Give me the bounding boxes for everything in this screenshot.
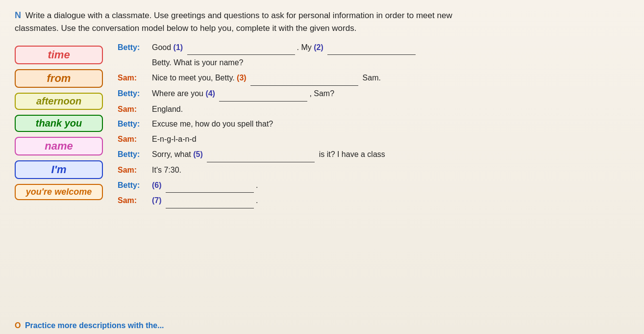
dialogue-row-sam-3: Sam: E-n-g-l-a-n-d (118, 132, 629, 147)
blank-5 (207, 148, 315, 162)
page: N Write a dialogue with a classmate. Use… (0, 0, 644, 334)
speaker-sam-5: Sam: (118, 194, 152, 208)
dialogue-row-betty-1b: Betty. What is your name? (118, 56, 629, 70)
word-name: name (15, 137, 103, 155)
line-betty-4: Sorry, what (5) is it? I have a class (152, 148, 629, 162)
section-letter-n: N (15, 10, 21, 20)
speaker-betty-3: Betty: (118, 117, 152, 131)
word-im: I'm (15, 160, 103, 179)
word-bank: time from afternoon thank you name I'm y… (15, 46, 103, 210)
practice-line: O Practice more descriptions with the... (15, 321, 164, 330)
speaker-betty-4: Betty: (118, 148, 152, 162)
line-betty-2: Where are you (4) , Sam? (152, 87, 629, 102)
num-badge-4: (4) (205, 89, 215, 98)
speaker-sam-3: Sam: (118, 132, 152, 147)
dialogue-row-betty-1: Betty: Good (1) . My (2) (118, 41, 629, 55)
content-area: time from afternoon thank you name I'm y… (15, 41, 629, 210)
speaker-sam-4: Sam: (118, 163, 152, 178)
line-sam-3: E-n-g-l-a-n-d (152, 132, 629, 147)
speaker-betty-1: Betty: (118, 41, 152, 55)
line-betty-3: Excuse me, how do you spell that? (152, 117, 629, 131)
num-badge-7: (7) (152, 196, 162, 205)
dialogue-row-sam-1: Sam: Nice to meet you, Betty. (3) Sam. (118, 71, 629, 86)
dialogue: Betty: Good (1) . My (2) Betty. What is … (118, 41, 629, 210)
line-betty-5: (6) . (152, 179, 629, 193)
blank-2 (327, 41, 416, 55)
word-youre-welcome: you're welcome (15, 184, 103, 200)
blank-1 (187, 41, 295, 55)
line-sam-4: It's 7:30. (152, 163, 629, 178)
blank-6 (166, 179, 254, 193)
word-thank-you: thank you (15, 115, 103, 132)
practice-text: Practice more descriptions with the... (25, 321, 164, 330)
dialogue-row-sam-4: Sam: It's 7:30. (118, 163, 629, 178)
line-sam-5: (7) . (152, 194, 629, 208)
line-sam-1: Nice to meet you, Betty. (3) Sam. (152, 71, 629, 86)
speaker-betty-5: Betty: (118, 179, 152, 193)
word-from: from (15, 69, 103, 88)
speaker-empty-1 (118, 56, 152, 70)
blank-4 (219, 87, 307, 102)
line-betty-1: Good (1) . My (2) (152, 41, 629, 55)
line-sam-2: England. (152, 103, 629, 117)
practice-letter-o: O (15, 321, 21, 330)
speaker-sam-1: Sam: (118, 71, 152, 85)
dialogue-row-betty-5: Betty: (6) . (118, 179, 629, 193)
speaker-betty-2: Betty: (118, 87, 152, 101)
num-badge-6: (6) (152, 181, 162, 189)
word-afternoon: afternoon (15, 93, 103, 110)
instruction-block: N Write a dialogue with a classmate. Use… (15, 9, 456, 35)
dialogue-row-sam-5: Sam: (7) . (118, 194, 629, 208)
dialogue-row-sam-2: Sam: England. (118, 103, 629, 117)
instruction-text: Write a dialogue with a classmate. Use g… (15, 11, 452, 33)
line-betty-1b: Betty. What is your name? (152, 56, 629, 70)
speaker-sam-2: Sam: (118, 103, 152, 117)
dialogue-row-betty-4: Betty: Sorry, what (5) is it? I have a c… (118, 148, 629, 162)
blank-3 (250, 71, 358, 86)
num-badge-2: (2) (314, 43, 323, 51)
num-badge-5: (5) (193, 150, 203, 158)
word-time: time (15, 46, 103, 64)
num-badge-3: (3) (237, 74, 247, 82)
dialogue-row-betty-2: Betty: Where are you (4) , Sam? (118, 87, 629, 102)
dialogue-row-betty-3: Betty: Excuse me, how do you spell that? (118, 117, 629, 131)
blank-7 (166, 194, 254, 208)
num-badge-1: (1) (173, 43, 183, 51)
